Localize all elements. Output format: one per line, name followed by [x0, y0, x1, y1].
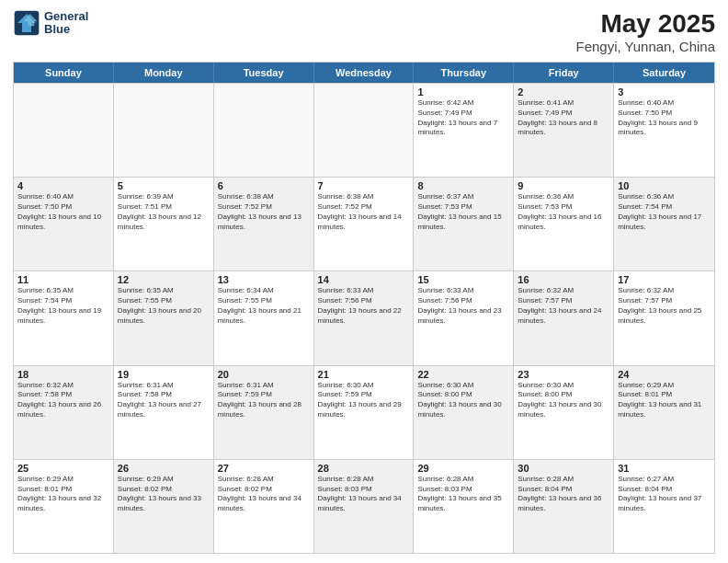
day-info: Sunrise: 6:32 AM Sunset: 7:58 PM Dayligh…	[17, 381, 109, 420]
day-info: Sunrise: 6:29 AM Sunset: 8:01 PM Dayligh…	[17, 475, 109, 514]
day-info: Sunrise: 6:31 AM Sunset: 7:59 PM Dayligh…	[218, 381, 310, 420]
day-number: 18	[17, 369, 109, 380]
day-info: Sunrise: 6:37 AM Sunset: 7:53 PM Dayligh…	[417, 192, 509, 232]
day-info: Sunrise: 6:30 AM Sunset: 8:00 PM Dayligh…	[417, 381, 509, 420]
title-block: May 2025 Fengyi, Yunnan, China	[575, 9, 715, 54]
day-number: 5	[118, 180, 210, 191]
day-number: 21	[318, 369, 410, 380]
calendar-cell	[314, 84, 415, 177]
calendar-cell: 31Sunrise: 6:27 AM Sunset: 8:04 PM Dayli…	[614, 460, 714, 553]
calendar-cell: 27Sunrise: 6:28 AM Sunset: 8:02 PM Dayli…	[214, 460, 314, 553]
day-info: Sunrise: 6:27 AM Sunset: 8:04 PM Dayligh…	[618, 475, 711, 514]
day-number: 22	[417, 369, 509, 380]
calendar-cell: 9Sunrise: 6:36 AM Sunset: 7:53 PM Daylig…	[514, 178, 614, 270]
day-info: Sunrise: 6:35 AM Sunset: 7:55 PM Dayligh…	[118, 286, 210, 326]
day-number: 13	[218, 274, 310, 285]
day-number: 16	[518, 274, 609, 285]
calendar-cell	[214, 84, 314, 177]
day-number: 3	[618, 86, 711, 98]
calendar-cell: 20Sunrise: 6:31 AM Sunset: 7:59 PM Dayli…	[214, 366, 314, 459]
day-number: 15	[417, 274, 509, 285]
calendar-cell: 30Sunrise: 6:28 AM Sunset: 8:04 PM Dayli…	[514, 460, 614, 553]
day-info: Sunrise: 6:34 AM Sunset: 7:55 PM Dayligh…	[218, 286, 310, 326]
day-number: 10	[618, 180, 711, 191]
calendar-cell: 24Sunrise: 6:29 AM Sunset: 8:01 PM Dayli…	[614, 366, 714, 459]
day-number: 26	[118, 463, 210, 474]
page-header: General Blue May 2025 Fengyi, Yunnan, Ch…	[13, 9, 715, 54]
day-number: 28	[318, 463, 410, 474]
day-info: Sunrise: 6:29 AM Sunset: 8:02 PM Dayligh…	[118, 475, 210, 514]
calendar-cell: 7Sunrise: 6:38 AM Sunset: 7:52 PM Daylig…	[314, 178, 415, 270]
day-info: Sunrise: 6:32 AM Sunset: 7:57 PM Dayligh…	[618, 286, 711, 326]
calendar-header: SundayMondayTuesdayWednesdayThursdayFrid…	[14, 63, 714, 83]
day-number: 25	[17, 463, 109, 474]
day-info: Sunrise: 6:36 AM Sunset: 7:53 PM Dayligh…	[518, 192, 609, 232]
calendar-row: 25Sunrise: 6:29 AM Sunset: 8:01 PM Dayli…	[14, 459, 714, 553]
day-number: 17	[618, 274, 711, 285]
logo-icon	[13, 9, 40, 37]
calendar-row: 11Sunrise: 6:35 AM Sunset: 7:54 PM Dayli…	[14, 270, 714, 364]
day-number: 6	[218, 180, 310, 191]
calendar-subtitle: Fengyi, Yunnan, China	[575, 39, 715, 54]
calendar-cell: 28Sunrise: 6:28 AM Sunset: 8:03 PM Dayli…	[314, 460, 415, 553]
calendar-cell: 8Sunrise: 6:37 AM Sunset: 7:53 PM Daylig…	[414, 178, 514, 270]
logo-text: General Blue	[44, 10, 88, 37]
day-number: 30	[518, 463, 609, 474]
weekday-header: Monday	[114, 63, 214, 83]
day-number: 19	[118, 369, 210, 380]
day-info: Sunrise: 6:35 AM Sunset: 7:54 PM Dayligh…	[17, 286, 109, 326]
logo-line2: Blue	[44, 23, 88, 36]
calendar-cell: 15Sunrise: 6:33 AM Sunset: 7:56 PM Dayli…	[414, 271, 514, 364]
day-number: 27	[218, 463, 310, 474]
day-info: Sunrise: 6:32 AM Sunset: 7:57 PM Dayligh…	[518, 286, 609, 326]
calendar-row: 4Sunrise: 6:40 AM Sunset: 7:50 PM Daylig…	[14, 177, 714, 270]
calendar-cell: 17Sunrise: 6:32 AM Sunset: 7:57 PM Dayli…	[614, 271, 714, 364]
calendar-cell: 6Sunrise: 6:38 AM Sunset: 7:52 PM Daylig…	[214, 178, 314, 270]
day-info: Sunrise: 6:28 AM Sunset: 8:04 PM Dayligh…	[518, 475, 609, 514]
calendar-cell: 16Sunrise: 6:32 AM Sunset: 7:57 PM Dayli…	[514, 271, 614, 364]
day-info: Sunrise: 6:40 AM Sunset: 7:50 PM Dayligh…	[618, 98, 711, 138]
day-number: 4	[17, 180, 109, 191]
calendar: SundayMondayTuesdayWednesdayThursdayFrid…	[13, 62, 715, 554]
day-number: 20	[218, 369, 310, 380]
day-number: 12	[118, 274, 210, 285]
calendar-cell: 22Sunrise: 6:30 AM Sunset: 8:00 PM Dayli…	[414, 366, 514, 459]
logo-line1: General	[44, 10, 88, 23]
day-number: 9	[518, 180, 609, 191]
day-info: Sunrise: 6:40 AM Sunset: 7:50 PM Dayligh…	[17, 192, 109, 232]
calendar-body: 1Sunrise: 6:42 AM Sunset: 7:49 PM Daylig…	[14, 83, 714, 553]
weekday-header: Wednesday	[314, 63, 415, 83]
day-number: 8	[417, 180, 509, 191]
day-info: Sunrise: 6:33 AM Sunset: 7:56 PM Dayligh…	[417, 286, 509, 326]
weekday-header: Friday	[514, 63, 614, 83]
calendar-cell: 1Sunrise: 6:42 AM Sunset: 7:49 PM Daylig…	[414, 84, 514, 177]
day-info: Sunrise: 6:39 AM Sunset: 7:51 PM Dayligh…	[118, 192, 210, 232]
day-number: 1	[417, 86, 509, 98]
day-info: Sunrise: 6:30 AM Sunset: 7:59 PM Dayligh…	[318, 381, 410, 420]
calendar-cell: 25Sunrise: 6:29 AM Sunset: 8:01 PM Dayli…	[14, 460, 114, 553]
calendar-cell: 19Sunrise: 6:31 AM Sunset: 7:58 PM Dayli…	[114, 366, 214, 459]
weekday-header: Saturday	[614, 63, 714, 83]
day-info: Sunrise: 6:28 AM Sunset: 8:02 PM Dayligh…	[218, 475, 310, 514]
day-info: Sunrise: 6:42 AM Sunset: 7:49 PM Dayligh…	[417, 98, 509, 138]
day-number: 2	[518, 86, 609, 98]
day-info: Sunrise: 6:29 AM Sunset: 8:01 PM Dayligh…	[618, 381, 711, 420]
calendar-cell: 5Sunrise: 6:39 AM Sunset: 7:51 PM Daylig…	[114, 178, 214, 270]
calendar-cell: 3Sunrise: 6:40 AM Sunset: 7:50 PM Daylig…	[614, 84, 714, 177]
calendar-cell: 11Sunrise: 6:35 AM Sunset: 7:54 PM Dayli…	[14, 271, 114, 364]
calendar-cell: 12Sunrise: 6:35 AM Sunset: 7:55 PM Dayli…	[114, 271, 214, 364]
weekday-header: Tuesday	[214, 63, 314, 83]
calendar-cell: 4Sunrise: 6:40 AM Sunset: 7:50 PM Daylig…	[14, 178, 114, 270]
day-info: Sunrise: 6:28 AM Sunset: 8:03 PM Dayligh…	[318, 475, 410, 514]
day-info: Sunrise: 6:33 AM Sunset: 7:56 PM Dayligh…	[318, 286, 410, 326]
day-info: Sunrise: 6:41 AM Sunset: 7:49 PM Dayligh…	[518, 98, 609, 138]
weekday-header: Sunday	[14, 63, 114, 83]
day-number: 7	[318, 180, 410, 191]
calendar-cell	[114, 84, 214, 177]
day-info: Sunrise: 6:38 AM Sunset: 7:52 PM Dayligh…	[218, 192, 310, 232]
day-number: 14	[318, 274, 410, 285]
day-number: 31	[618, 463, 711, 474]
day-info: Sunrise: 6:38 AM Sunset: 7:52 PM Dayligh…	[318, 192, 410, 232]
calendar-row: 18Sunrise: 6:32 AM Sunset: 7:58 PM Dayli…	[14, 365, 714, 459]
day-number: 24	[618, 369, 711, 380]
